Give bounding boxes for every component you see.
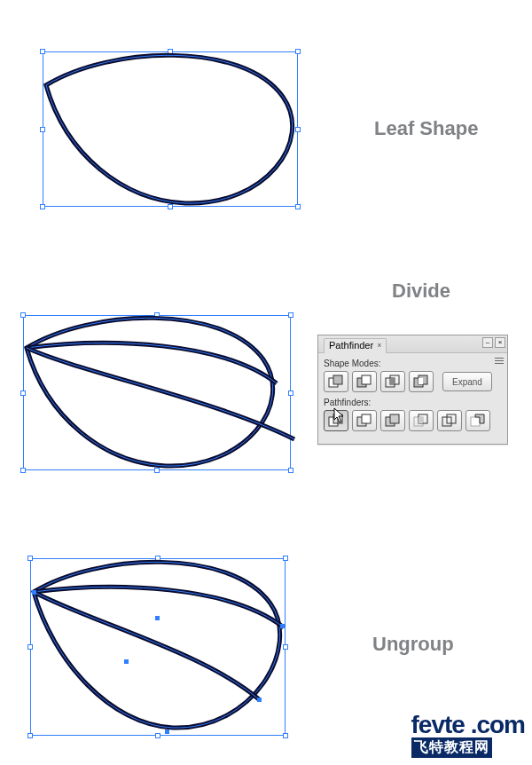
- anchor-point[interactable]: [280, 624, 285, 628]
- cursor-icon: [333, 407, 346, 423]
- watermark-line1: fevte .com: [411, 711, 526, 739]
- watermark: fevte .com 飞特教程网: [411, 711, 526, 758]
- minus-back-icon: [470, 414, 486, 428]
- step-label-3: Ungroup: [372, 633, 454, 656]
- shape-modes-row: Expand: [324, 371, 502, 392]
- anchor-point[interactable]: [32, 590, 36, 595]
- step-label-1: Leaf Shape: [374, 117, 478, 140]
- exclude-icon: [413, 375, 429, 389]
- minus-front-button[interactable]: [352, 371, 377, 392]
- panel-menu-icon[interactable]: [493, 354, 505, 367]
- panel-title: Pathfinder: [329, 340, 373, 351]
- panel-titlebar[interactable]: Pathfinder × – ×: [318, 335, 507, 353]
- exclude-button[interactable]: [409, 371, 434, 392]
- close-tab-icon[interactable]: ×: [377, 342, 381, 350]
- intersect-icon: [385, 375, 401, 389]
- pathfinders-row: [324, 410, 502, 431]
- merge-icon: [385, 414, 401, 428]
- pathfinders-label: Pathfinders:: [324, 398, 502, 407]
- outline-icon: [442, 414, 458, 428]
- pathfinder-panel[interactable]: Pathfinder × – × Shape Modes: Expand Pat…: [317, 335, 508, 445]
- svg-rect-6: [390, 378, 395, 384]
- leaf-shape-3[interactable]: [27, 555, 293, 741]
- trim-button[interactable]: [352, 410, 377, 431]
- svg-rect-23: [471, 417, 480, 426]
- crop-icon: [413, 414, 429, 428]
- svg-rect-17: [390, 414, 399, 423]
- anchor-point[interactable]: [257, 698, 262, 702]
- intersect-button[interactable]: [380, 371, 405, 392]
- minus-back-button[interactable]: [466, 410, 490, 431]
- expand-button[interactable]: Expand: [442, 372, 492, 391]
- anchor-point[interactable]: [155, 616, 160, 620]
- step-label-2: Divide: [392, 280, 450, 303]
- minus-front-icon: [356, 375, 372, 389]
- unite-button[interactable]: [324, 371, 348, 392]
- svg-rect-1: [333, 375, 342, 384]
- merge-button[interactable]: [380, 410, 405, 431]
- anchor-point[interactable]: [124, 659, 129, 664]
- svg-rect-15: [362, 414, 371, 423]
- close-panel-icon[interactable]: ×: [495, 337, 505, 348]
- svg-rect-9: [419, 378, 423, 384]
- outline-button[interactable]: [437, 410, 462, 431]
- panel-tab[interactable]: Pathfinder ×: [324, 338, 387, 353]
- trim-icon: [356, 414, 372, 428]
- minimize-icon[interactable]: –: [482, 337, 493, 348]
- leaf-shape-1[interactable]: [39, 48, 305, 212]
- svg-rect-20: [419, 417, 423, 423]
- panel-body: Shape Modes: Expand Pathfinders:: [318, 353, 507, 444]
- crop-button[interactable]: [409, 410, 434, 431]
- watermark-line2: 飞特教程网: [411, 737, 492, 758]
- unite-icon: [328, 375, 344, 389]
- shape-modes-label: Shape Modes:: [324, 359, 502, 368]
- svg-rect-3: [362, 375, 371, 384]
- anchor-point[interactable]: [165, 730, 169, 734]
- leaf-shape-2[interactable]: [20, 311, 303, 479]
